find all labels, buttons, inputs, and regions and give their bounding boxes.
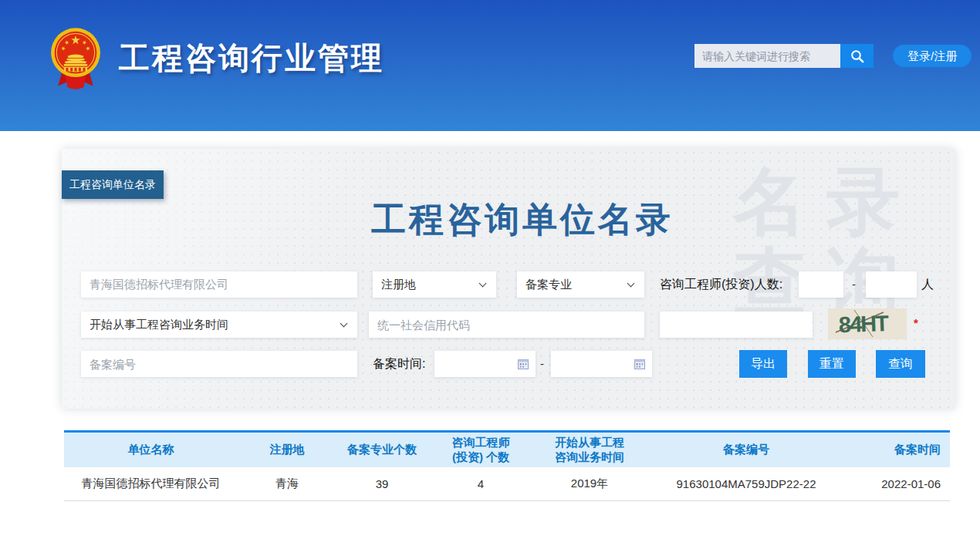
search-button[interactable] xyxy=(840,44,874,68)
region-select[interactable]: 注册地 xyxy=(373,271,496,298)
start-time-select-value: 开始从事工程咨询业务时间 xyxy=(90,318,228,331)
record-date-to-input[interactable] xyxy=(551,351,652,377)
specialty-select[interactable]: 备案专业 xyxy=(517,271,644,298)
site-title: 工程咨询行业管理 xyxy=(119,37,384,79)
tab-unit-directory[interactable]: 工程咨询单位名录 xyxy=(62,170,164,199)
column-header-unit-name: 单位名称 xyxy=(64,433,238,467)
record-date-from-input[interactable] xyxy=(434,351,536,377)
captcha-input[interactable] xyxy=(660,311,813,338)
column-header-start-time: 开始从事工程 咨询业务时间 xyxy=(534,433,645,467)
record-time-label: 备案时间: xyxy=(373,351,425,377)
site-header: 工程咨询行业管理 登录/注册 xyxy=(0,0,980,131)
column-header-specialty-count: 备案专业个数 xyxy=(336,433,427,467)
calendar-icon xyxy=(634,359,645,369)
cell-start-time: 2019年 xyxy=(534,467,645,500)
header-search xyxy=(694,44,874,68)
record-number-input[interactable] xyxy=(81,351,357,377)
region-select-value: 注册地 xyxy=(381,278,416,291)
engineer-count-label: 咨询工程师(投资)人数: xyxy=(660,271,782,298)
cell-record-number: 91630104MA759JDP22-22 xyxy=(645,467,847,500)
content-panel: 名录 查询 工程咨询单位名录 工程咨询单位名录 注册地 备案专业 咨询工程师(投… xyxy=(62,149,955,409)
calendar-icon xyxy=(518,359,529,369)
chevron-down-icon xyxy=(340,320,348,328)
query-button[interactable]: 查询 xyxy=(876,350,925,378)
page: 工程咨询行业管理 登录/注册 名录 查询 工程咨询单位名录 工程咨询单位名录 注… xyxy=(0,0,980,559)
results-table: 单位名称 注册地 备案专业个数 咨询工程师 (投资) 个数 开始从事工程 咨询业… xyxy=(64,430,950,501)
reset-button[interactable]: 重置 xyxy=(808,350,856,378)
cell-specialty-count: 39 xyxy=(336,467,427,500)
table-row: 青海国德招标代理有限公司 青海 39 4 2019年 91630104MA759… xyxy=(64,467,950,500)
login-register-button[interactable]: 登录/注册 xyxy=(893,45,972,67)
engineer-max-input[interactable] xyxy=(866,271,917,298)
page-title: 工程咨询单位名录 xyxy=(62,197,955,243)
export-button[interactable]: 导出 xyxy=(739,350,787,378)
national-emblem-icon xyxy=(46,25,105,91)
start-time-select[interactable]: 开始从事工程咨询业务时间 xyxy=(81,311,357,338)
engineer-min-input[interactable] xyxy=(799,271,843,298)
cell-region: 青海 xyxy=(238,467,336,500)
table-header-row: 单位名称 注册地 备案专业个数 咨询工程师 (投资) 个数 开始从事工程 咨询业… xyxy=(64,433,950,467)
required-asterisk: * xyxy=(914,311,918,335)
column-header-engineer-count: 咨询工程师 (投资) 个数 xyxy=(427,433,534,467)
cell-record-time: 2022-01-06 xyxy=(847,467,950,500)
chevron-down-icon xyxy=(479,280,487,288)
range-dash: - xyxy=(540,351,544,377)
specialty-select-value: 备案专业 xyxy=(525,278,572,291)
column-header-record-time: 备案时间 xyxy=(847,433,950,467)
credit-code-input[interactable] xyxy=(369,311,644,338)
chevron-down-icon xyxy=(627,280,635,288)
svg-text:84HT: 84HT xyxy=(838,311,889,337)
range-dash: - xyxy=(852,271,856,298)
column-header-record-number: 备案编号 xyxy=(645,433,847,467)
cell-engineer-count: 4 xyxy=(427,467,534,500)
cell-unit-name: 青海国德招标代理有限公司 xyxy=(64,467,238,500)
search-icon xyxy=(850,49,865,64)
search-input[interactable] xyxy=(694,44,840,68)
company-name-input[interactable] xyxy=(81,271,357,298)
person-unit-label: 人 xyxy=(921,271,934,298)
captcha-image[interactable]: 84HT xyxy=(828,308,907,339)
column-header-region: 注册地 xyxy=(238,433,336,467)
